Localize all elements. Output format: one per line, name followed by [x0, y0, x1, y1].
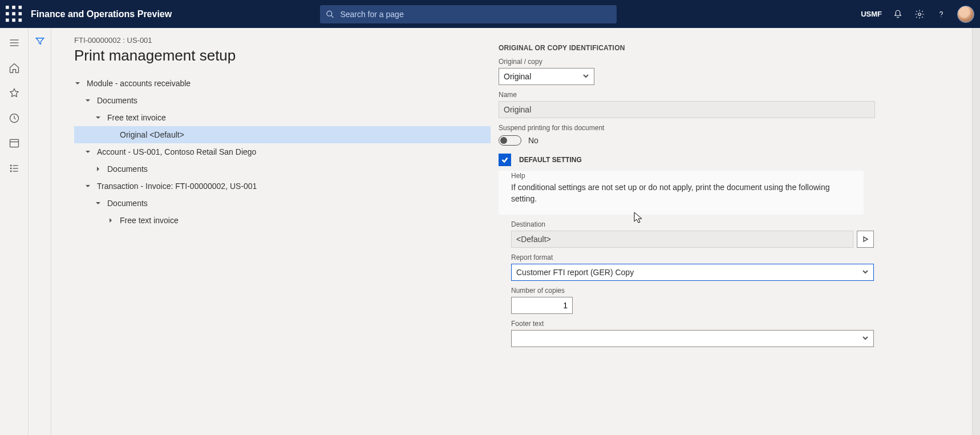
- recent-icon[interactable]: [7, 111, 21, 125]
- svg-rect-4: [12, 12, 15, 15]
- svg-rect-0: [6, 6, 9, 9]
- original-copy-select[interactable]: Original: [499, 68, 594, 85]
- label-copies: Number of copies: [511, 287, 969, 295]
- search-input[interactable]: [340, 10, 611, 19]
- search-box[interactable]: [320, 5, 617, 23]
- tree-pane: FTI-00000002 : US-001 Print management s…: [51, 28, 491, 435]
- topbar: Finance and Operations Preview USMF: [0, 0, 980, 28]
- breadcrumb: FTI-00000002 : US-001: [74, 36, 491, 45]
- label-suspend: Suspend printing for this document: [499, 124, 969, 132]
- caret-right-icon: [107, 217, 114, 224]
- svg-rect-1: [12, 6, 15, 9]
- chevron-down-icon: [862, 268, 869, 277]
- svg-point-22: [10, 168, 11, 169]
- section-title-original: ORIGINAL OR COPY IDENTIFICATION: [499, 44, 969, 52]
- tree-node-freetext[interactable]: Free text invoice: [74, 109, 491, 126]
- report-format-select[interactable]: Customer FTI report (GER) Copy: [511, 264, 874, 281]
- help-icon[interactable]: [936, 9, 947, 20]
- app-title: Finance and Operations Preview: [31, 9, 172, 19]
- svg-point-13: [941, 16, 941, 17]
- tree-node-transaction[interactable]: Transaction - Invoice: FTI-00000002, US-…: [74, 178, 491, 195]
- waffle-icon[interactable]: [6, 6, 23, 23]
- tree-node-original-default[interactable]: Original <Default>: [74, 126, 491, 143]
- svg-point-11: [918, 13, 921, 15]
- label-name: Name: [499, 91, 969, 99]
- page-title: Print management setup: [74, 47, 491, 65]
- caret-down-icon: [74, 80, 81, 87]
- tree-node-account[interactable]: Account - US-001, Contoso Retail San Die…: [74, 143, 491, 160]
- svg-point-20: [10, 165, 11, 166]
- suspend-toggle[interactable]: [499, 135, 521, 146]
- copies-input[interactable]: [511, 297, 573, 314]
- gear-icon[interactable]: [914, 9, 925, 20]
- caret-right-icon: [95, 166, 102, 172]
- caret-down-icon: [95, 114, 102, 121]
- svg-point-9: [327, 11, 332, 16]
- caret-down-icon: [95, 200, 102, 207]
- tree-node-trans-documents[interactable]: Documents: [74, 195, 491, 212]
- destination-run-button[interactable]: [857, 231, 874, 248]
- filter-bar: [29, 28, 51, 435]
- scrollbar[interactable]: [972, 28, 980, 435]
- help-text: If conditional settings are not set up o…: [511, 182, 848, 204]
- help-label: Help: [511, 172, 864, 180]
- funnel-icon[interactable]: [35, 36, 45, 435]
- home-icon[interactable]: [7, 61, 21, 75]
- chevron-down-icon: [582, 72, 589, 81]
- name-field: Original: [499, 101, 875, 118]
- tree: Module - accounts receivable Documents F…: [74, 75, 491, 229]
- search-icon: [326, 10, 334, 19]
- star-icon[interactable]: [7, 86, 21, 100]
- svg-point-12: [937, 10, 946, 18]
- workspaces-icon[interactable]: [7, 136, 21, 150]
- default-setting-label: DEFAULT SETTING: [519, 156, 582, 164]
- label-original-copy: Original / copy: [499, 58, 969, 66]
- tree-node-documents[interactable]: Documents: [74, 92, 491, 109]
- label-report-format: Report format: [511, 253, 969, 261]
- default-setting-checkbox[interactable]: [499, 154, 511, 166]
- hamburger-icon[interactable]: [7, 36, 21, 50]
- svg-rect-18: [10, 139, 18, 147]
- bell-icon[interactable]: [892, 9, 904, 20]
- label-footer: Footer text: [511, 320, 969, 328]
- svg-rect-3: [6, 12, 9, 15]
- avatar[interactable]: [957, 6, 974, 23]
- help-block: Help If conditional settings are not set…: [499, 171, 864, 215]
- modules-icon[interactable]: [7, 162, 21, 175]
- caret-down-icon: [84, 97, 91, 104]
- svg-line-10: [331, 15, 334, 17]
- play-icon: [862, 236, 869, 243]
- suspend-value: No: [528, 136, 538, 145]
- chevron-down-icon: [862, 334, 869, 343]
- tree-node-module[interactable]: Module - accounts receivable: [74, 75, 491, 92]
- destination-field: <Default>: [511, 231, 853, 248]
- label-destination: Destination: [511, 220, 969, 228]
- svg-rect-6: [6, 18, 9, 22]
- svg-point-24: [10, 171, 11, 172]
- company-badge[interactable]: USMF: [861, 10, 882, 18]
- svg-rect-2: [19, 6, 22, 9]
- tree-node-account-documents[interactable]: Documents: [74, 160, 491, 178]
- svg-rect-8: [19, 18, 22, 22]
- svg-rect-7: [12, 18, 15, 22]
- svg-rect-5: [19, 12, 22, 15]
- caret-down-icon: [84, 183, 91, 190]
- caret-placeholder: [107, 131, 114, 138]
- left-rail: [0, 28, 29, 435]
- form-pane: ORIGINAL OR COPY IDENTIFICATION Original…: [491, 28, 972, 435]
- footer-text-select[interactable]: [511, 330, 874, 347]
- tree-node-trans-freetext[interactable]: Free text invoice: [74, 212, 491, 229]
- caret-down-icon: [84, 148, 91, 155]
